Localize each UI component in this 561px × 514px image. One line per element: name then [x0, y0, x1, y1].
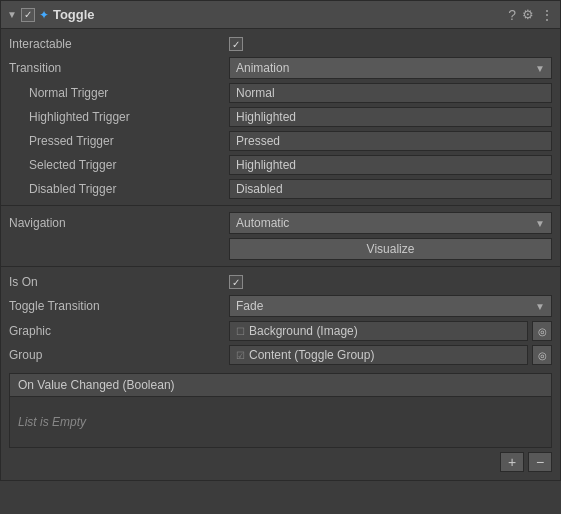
highlighted-trigger-field[interactable]: Highlighted: [229, 107, 552, 127]
graphic-value: ☐ Background (Image) ◎: [229, 321, 552, 341]
interactable-checkbox[interactable]: ✓: [229, 37, 243, 51]
transition-row: Transition Animation ▼: [1, 55, 560, 81]
group-field-text: Content (Toggle Group): [249, 348, 374, 362]
normal-trigger-value: Normal: [229, 83, 552, 103]
event-body: List is Empty: [10, 397, 551, 447]
toggle-transition-label: Toggle Transition: [9, 299, 229, 313]
pressed-trigger-text: Pressed: [236, 134, 280, 148]
navigation-dropdown-value: Automatic: [236, 216, 289, 230]
divider-1: [1, 205, 560, 206]
event-footer: + −: [1, 448, 560, 476]
interactable-row: Interactable ✓: [1, 33, 560, 55]
is-on-label: Is On: [9, 275, 229, 289]
selected-trigger-text: Highlighted: [236, 158, 296, 172]
highlighted-trigger-row: Highlighted Trigger Highlighted: [1, 105, 560, 129]
event-section: On Value Changed (Boolean) List is Empty: [9, 373, 552, 448]
group-value: ☑ Content (Toggle Group) ◎: [229, 345, 552, 365]
navigation-row: Navigation Automatic ▼: [1, 210, 560, 236]
group-field[interactable]: ☑ Content (Toggle Group): [229, 345, 528, 365]
transition-value: Animation ▼: [229, 57, 552, 79]
enable-checkbox[interactable]: ✓: [21, 8, 35, 22]
visualize-button[interactable]: Visualize: [229, 238, 552, 260]
toggle-transition-dropdown-value: Fade: [236, 299, 263, 313]
group-label: Group: [9, 348, 229, 362]
normal-trigger-row: Normal Trigger Normal: [1, 81, 560, 105]
event-header: On Value Changed (Boolean): [10, 374, 551, 397]
navigation-label: Navigation: [9, 216, 229, 230]
transition-dropdown-arrow: ▼: [535, 63, 545, 74]
disabled-trigger-row: Disabled Trigger Disabled: [1, 177, 560, 201]
navigation-dropdown-arrow: ▼: [535, 218, 545, 229]
normal-trigger-label: Normal Trigger: [9, 86, 229, 100]
interactable-label: Interactable: [9, 37, 229, 51]
toggle-transition-value: Fade ▼: [229, 295, 552, 317]
disabled-trigger-text: Disabled: [236, 182, 283, 196]
panel-body: Interactable ✓ Transition Animation ▼ No…: [1, 29, 560, 480]
disabled-trigger-label: Disabled Trigger: [9, 182, 229, 196]
image-icon: ☐: [236, 326, 245, 337]
graphic-field[interactable]: ☐ Background (Image): [229, 321, 528, 341]
selected-trigger-label: Selected Trigger: [9, 158, 229, 172]
selected-trigger-field[interactable]: Highlighted: [229, 155, 552, 175]
toggle-transition-dropdown[interactable]: Fade ▼: [229, 295, 552, 317]
remove-event-button[interactable]: −: [528, 452, 552, 472]
navigation-dropdown[interactable]: Automatic ▼: [229, 212, 552, 234]
is-on-row: Is On ✓: [1, 271, 560, 293]
navigation-value: Automatic ▼: [229, 212, 552, 234]
is-on-value: ✓: [229, 275, 552, 289]
group-row: Group ☑ Content (Toggle Group) ◎: [1, 343, 560, 367]
graphic-label: Graphic: [9, 324, 229, 338]
transition-label: Transition: [9, 61, 229, 75]
settings-icon[interactable]: ⚙: [522, 7, 534, 22]
normal-trigger-text: Normal: [236, 86, 275, 100]
transition-dropdown[interactable]: Animation ▼: [229, 57, 552, 79]
interactable-value: ✓: [229, 37, 552, 51]
disabled-trigger-value: Disabled: [229, 179, 552, 199]
pressed-trigger-row: Pressed Trigger Pressed: [1, 129, 560, 153]
is-on-checkbox[interactable]: ✓: [229, 275, 243, 289]
group-target-button[interactable]: ◎: [532, 345, 552, 365]
graphic-row: Graphic ☐ Background (Image) ◎: [1, 319, 560, 343]
event-empty-label: List is Empty: [18, 415, 86, 429]
graphic-field-text: Background (Image): [249, 324, 358, 338]
highlighted-trigger-value: Highlighted: [229, 107, 552, 127]
pressed-trigger-value: Pressed: [229, 131, 552, 151]
toggle-group-icon: ☑: [236, 350, 245, 361]
panel-header: ▼ ✓ ✦ Toggle ? ⚙ ⋮: [1, 1, 560, 29]
header-icons: ? ⚙ ⋮: [508, 7, 554, 23]
divider-2: [1, 266, 560, 267]
highlighted-trigger-text: Highlighted: [236, 110, 296, 124]
toggle-transition-dropdown-arrow: ▼: [535, 301, 545, 312]
selected-trigger-value: Highlighted: [229, 155, 552, 175]
highlighted-trigger-label: Highlighted Trigger: [9, 110, 229, 124]
selected-trigger-row: Selected Trigger Highlighted: [1, 153, 560, 177]
more-menu-icon[interactable]: ⋮: [540, 7, 554, 23]
transition-dropdown-value: Animation: [236, 61, 289, 75]
add-event-button[interactable]: +: [500, 452, 524, 472]
pressed-trigger-label: Pressed Trigger: [9, 134, 229, 148]
graphic-target-button[interactable]: ◎: [532, 321, 552, 341]
visualize-value: Visualize: [229, 238, 552, 260]
fold-arrow-icon[interactable]: ▼: [7, 9, 17, 20]
pressed-trigger-field[interactable]: Pressed: [229, 131, 552, 151]
toggle-component-panel: ▼ ✓ ✦ Toggle ? ⚙ ⋮ Interactable ✓ Transi…: [0, 0, 561, 481]
panel-title: Toggle: [53, 7, 504, 22]
visualize-row: Visualize: [1, 236, 560, 262]
toggle-transition-row: Toggle Transition Fade ▼: [1, 293, 560, 319]
disabled-trigger-field[interactable]: Disabled: [229, 179, 552, 199]
help-icon[interactable]: ?: [508, 7, 516, 23]
normal-trigger-field[interactable]: Normal: [229, 83, 552, 103]
script-icon: ✦: [39, 8, 49, 22]
